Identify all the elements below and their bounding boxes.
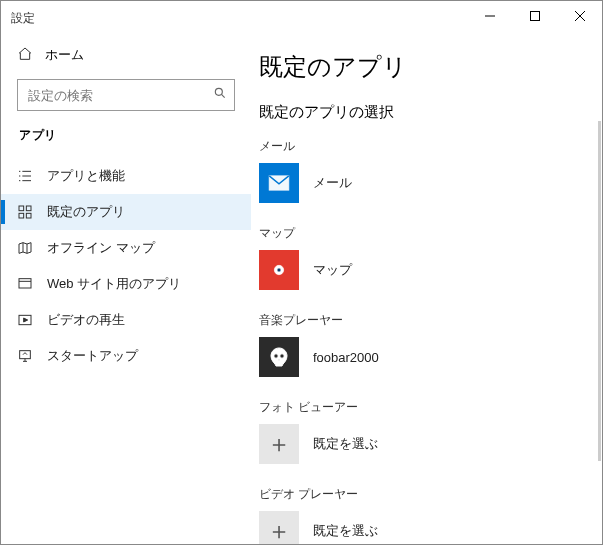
svg-rect-22 [20, 351, 31, 359]
home-link[interactable]: ホーム [1, 37, 251, 73]
window-title: 設定 [11, 6, 35, 27]
search-icon [213, 86, 227, 104]
app-tile-photo[interactable]: ＋ 既定を選ぶ [259, 424, 578, 464]
category-label: 音楽プレーヤー [259, 312, 578, 329]
app-tile-music[interactable]: foobar2000 [259, 337, 578, 377]
nav-item-startup[interactable]: スタートアップ [1, 338, 251, 374]
mail-icon [259, 163, 299, 203]
svg-marker-21 [24, 318, 28, 322]
app-name: メール [313, 174, 352, 192]
list-icon [17, 168, 33, 184]
svg-rect-12 [19, 206, 24, 211]
category-label: メール [259, 138, 578, 155]
page-subheading: 既定のアプリの選択 [259, 103, 578, 122]
nav-label: 既定のアプリ [47, 203, 125, 221]
nav-item-offline-maps[interactable]: オフライン マップ [1, 230, 251, 266]
svg-point-4 [215, 88, 222, 95]
website-icon [17, 276, 33, 292]
svg-point-28 [274, 354, 278, 358]
video-icon [17, 312, 33, 328]
maps-icon [259, 250, 299, 290]
app-name: マップ [313, 261, 352, 279]
home-icon [17, 46, 33, 65]
app-tile-maps[interactable]: マップ [259, 250, 578, 290]
nav-item-website-apps[interactable]: Web サイト用のアプリ [1, 266, 251, 302]
minimize-button[interactable] [467, 1, 512, 31]
default-photo-section: フォト ビューアー ＋ 既定を選ぶ [259, 399, 578, 464]
app-name: 既定を選ぶ [313, 435, 378, 453]
sidebar: ホーム アプリ アプリと機能 [1, 31, 251, 544]
nav-label: アプリと機能 [47, 167, 125, 185]
app-name: 既定を選ぶ [313, 522, 378, 540]
app-tile-mail[interactable]: メール [259, 163, 578, 203]
map-icon [17, 240, 33, 256]
page-heading: 既定のアプリ [259, 51, 578, 83]
maximize-button[interactable] [512, 1, 557, 31]
titlebar: 設定 [1, 1, 602, 31]
default-music-section: 音楽プレーヤー foobar2000 [259, 312, 578, 377]
category-title: アプリ [1, 121, 251, 158]
startup-icon [17, 348, 33, 364]
svg-rect-1 [530, 12, 539, 21]
nav-list: アプリと機能 既定のアプリ オフライン マップ [1, 158, 251, 374]
nav-label: オフライン マップ [47, 239, 155, 257]
close-button[interactable] [557, 1, 602, 31]
svg-point-27 [277, 268, 281, 272]
nav-item-default-apps[interactable]: 既定のアプリ [1, 194, 251, 230]
default-mail-section: メール メール [259, 138, 578, 203]
nav-label: スタートアップ [47, 347, 138, 365]
nav-label: ビデオの再生 [47, 311, 125, 329]
app-name: foobar2000 [313, 350, 379, 365]
default-maps-section: マップ マップ [259, 225, 578, 290]
category-label: マップ [259, 225, 578, 242]
svg-line-5 [221, 94, 224, 97]
svg-rect-14 [19, 213, 24, 218]
foobar-icon [259, 337, 299, 377]
scrollbar[interactable] [598, 121, 601, 461]
nav-item-video-playback[interactable]: ビデオの再生 [1, 302, 251, 338]
plus-icon: ＋ [259, 424, 299, 464]
defaults-icon [17, 204, 33, 220]
content-area: 既定のアプリ 既定のアプリの選択 メール メール マップ マップ [251, 31, 602, 544]
default-video-section: ビデオ プレーヤー ＋ 既定を選ぶ [259, 486, 578, 544]
nav-item-apps-features[interactable]: アプリと機能 [1, 158, 251, 194]
nav-label: Web サイト用のアプリ [47, 275, 181, 293]
svg-rect-18 [19, 279, 31, 288]
svg-rect-15 [26, 213, 31, 218]
category-label: フォト ビューアー [259, 399, 578, 416]
svg-rect-13 [26, 206, 31, 211]
home-label: ホーム [45, 46, 84, 64]
app-tile-video[interactable]: ＋ 既定を選ぶ [259, 511, 578, 544]
svg-point-29 [280, 354, 284, 358]
window-controls [467, 1, 602, 31]
category-label: ビデオ プレーヤー [259, 486, 578, 503]
plus-icon: ＋ [259, 511, 299, 544]
search-input[interactable] [17, 79, 235, 111]
